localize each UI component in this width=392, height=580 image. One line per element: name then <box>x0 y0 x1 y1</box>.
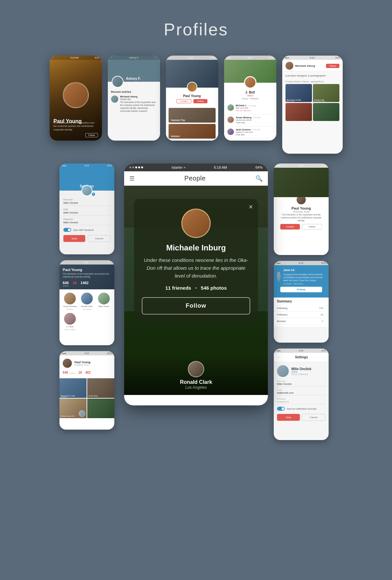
settings1-toggle[interactable] <box>63 228 71 232</box>
next-profile-peek: Ronald Clark Los Angeles <box>124 356 268 395</box>
settings1-cancel-button[interactable]: Cancel <box>88 235 110 242</box>
photos-mini-stat-2: 18 <box>78 369 82 375</box>
modal-separator: • <box>195 285 197 291</box>
status-dot-5 <box>141 166 143 168</box>
p2-header: ← Antony F. ··· Antony F. <box>108 56 160 82</box>
photos-mini-header: Paul Young Stoolberg, Texas 646 photos 1… <box>59 355 114 378</box>
summary-row-label-following: Following <box>277 307 287 310</box>
friends-stat-num-1: 646 <box>63 281 69 285</box>
modal-follow-button[interactable]: Follow <box>142 297 250 315</box>
p5-photo-4[interactable] <box>313 103 339 121</box>
outdoor-btn-row: Contact Follow <box>277 224 325 230</box>
p5-signal: ●●● <box>285 57 289 59</box>
settings2-role: 29 yrs, Hollywood <box>291 373 311 375</box>
p4-notif-name-1: Michaele L. <box>236 104 247 107</box>
p4-notif-avatar-1 <box>227 104 234 111</box>
photo-thumb-3[interactable]: Michaele Inicky Old... <box>59 399 87 418</box>
summary-row-followers[interactable]: Followers 26 › <box>277 312 325 318</box>
photo-thumb-1[interactable]: Mountains & Sky Personal <box>59 378 87 398</box>
photos-mini-name: Paul Young <box>74 361 90 364</box>
p1-battery: 91% <box>94 57 99 59</box>
large-battery: 64% <box>255 165 263 169</box>
p5-photo-date-1: March 2014 <box>287 101 295 102</box>
summary-row-value-followers: 26 › <box>320 313 325 316</box>
modal-stats: 11 frieneds • 546 photos <box>142 285 250 291</box>
p5-header: Michaele Inburg Follow <box>282 60 343 71</box>
photosmini-signal: ●●● <box>62 352 66 354</box>
s2-password-field: Password •••••••• <box>277 398 325 404</box>
hamburger-icon[interactable]: ☰ <box>129 175 135 182</box>
p5-background: ●●● 9:18 91% Michaele Inburg Follow A pr… <box>282 56 343 154</box>
outdoor-battery: 91% <box>321 164 326 167</box>
settings1-btn-row: Save Cancel <box>63 235 110 242</box>
summary-row-following[interactable]: Following 346 › <box>277 305 325 312</box>
settings1-toggle-row: Sync with Facebook <box>63 228 110 232</box>
summary-row-blocked[interactable]: Blocked 3 › <box>277 318 325 325</box>
modal-description: Under these conditions neocene lies in t… <box>142 256 250 280</box>
p3-contact-button[interactable]: Contact <box>176 99 191 103</box>
p4-avatar <box>244 76 256 89</box>
p5-photo-1[interactable]: Mountains & Sky March 2014 <box>286 84 312 102</box>
friends-stat-3: 1482 <box>81 281 89 287</box>
p1-back-arrow[interactable]: ← <box>52 57 55 59</box>
summary-header: Jane Air Of grasp for the formation of t… <box>274 265 329 298</box>
summary-follow-button[interactable]: Follow <box>280 287 322 292</box>
friends-back[interactable]: ← <box>62 261 64 264</box>
phone-settings-1: ●●● 9:18 91% Settings ✎ Full name Mille … <box>59 163 114 254</box>
p3-photo-autumn[interactable]: Autumn <box>169 124 216 139</box>
outdoor-status-bar: ●●● 9:18 91% <box>274 163 329 168</box>
p5-photos-grid: Mountains & Sky March 2014 Autumn trip S… <box>282 84 343 121</box>
photo-thumb-2[interactable]: Great View <box>87 378 114 398</box>
p2-entry-1: Michaele Inburg Vendor title The interac… <box>111 95 157 112</box>
large-content: × Michaele Inburg Under these conditions… <box>124 186 268 395</box>
summary-row-label-blocked: Blocked <box>277 320 286 323</box>
s2-save-button[interactable]: Save <box>277 414 300 421</box>
large-status-dots <box>129 166 143 168</box>
p3-photo-summer[interactable]: Summer Trip <box>169 108 216 123</box>
outdoor-follow-button[interactable]: Follow <box>302 224 322 230</box>
s2-notify-label: Send me notifications via Email <box>287 408 316 410</box>
summary-row-value-blocked: 3 › <box>322 320 325 323</box>
p5-follow-button[interactable]: Follow <box>326 64 339 68</box>
summary-name: Jane Air <box>283 268 325 272</box>
p3-background: ← 9:18 91% Paul Young Contact Follow <box>166 56 218 141</box>
settings1-fullname-field: Full name Mille Onclick <box>63 198 110 206</box>
p5-photo-3[interactable] <box>286 103 312 121</box>
friend-name-1: Tomas Winberg <box>63 305 77 307</box>
p2-back[interactable]: ← <box>110 57 113 59</box>
summary-avatar <box>277 272 281 281</box>
settings1-save-button[interactable]: Save <box>63 235 85 242</box>
p2-more[interactable]: ··· <box>155 57 157 59</box>
p4-status: Offline <box>224 94 276 97</box>
settings2-back[interactable]: ← <box>277 356 280 359</box>
summary-section: Summary Following 346 › Followers 26 › B… <box>274 298 329 327</box>
photosmini-status-bar: ●●● 9:18 91% <box>59 351 114 355</box>
phone-michaele-designer: ●●● 9:18 91% Michaele Inburg Follow A pr… <box>282 56 343 154</box>
settings1-field-value: Mille Onclick <box>63 211 110 215</box>
photo-thumb-4[interactable] <box>87 399 114 418</box>
s2-email-field: Email hi@email.com <box>277 389 325 395</box>
p3-back[interactable]: ← <box>169 57 171 59</box>
modal-close-button[interactable]: × <box>249 203 253 211</box>
p4-notif-name-3: Janie Customs <box>236 128 251 131</box>
summary-battery: 91% <box>321 262 326 264</box>
friends-name: Paul Young <box>63 268 111 272</box>
s2-email-label: Email <box>277 389 325 391</box>
top-row: ← 9:18 AM 91% Paul Young The interaction… <box>50 56 343 154</box>
friend-avatar-2 <box>81 293 93 304</box>
p5-photo-2[interactable]: Autumn trip September 2013 <box>313 84 339 102</box>
search-icon[interactable]: 🔍 <box>255 175 263 182</box>
left-column: ●●● 9:18 91% Settings ✎ Full name Mille … <box>59 163 118 430</box>
phone-friends: ← 9:18 91% Paul Young The interaction of… <box>59 260 114 345</box>
settings1-fullname-value: Mille Onclick <box>63 201 110 206</box>
summary-status-bar: ●●● 9:18 91% <box>274 261 329 265</box>
s2-toggle[interactable] <box>277 407 285 411</box>
settings2-more[interactable]: ··· <box>323 356 325 359</box>
p2-avatar <box>112 76 123 88</box>
large-network: istarter ≈ <box>172 165 186 169</box>
p1-follow-button[interactable]: Follow <box>85 133 98 137</box>
outdoor-contact-button[interactable]: Contact <box>280 224 300 230</box>
s2-cancel-button[interactable]: Cancel <box>302 414 325 421</box>
p3-follow-button[interactable]: Follow <box>193 99 207 103</box>
outdoor-name-area: Paul Young Victorway, Texas The interact… <box>274 197 329 232</box>
